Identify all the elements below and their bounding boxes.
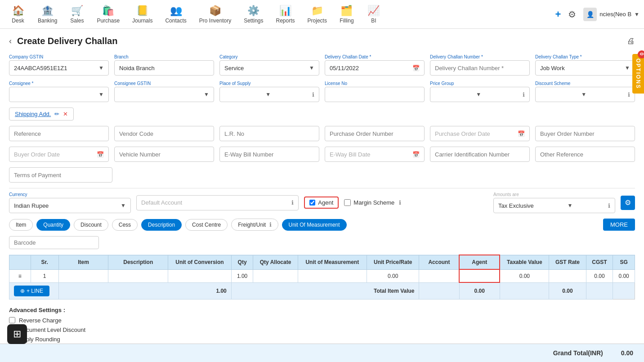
other-reference-input[interactable]: [535, 147, 635, 162]
row-unit-measurement[interactable]: [298, 269, 367, 282]
eway-bill-number-input[interactable]: [219, 147, 319, 162]
row-unit-conversion[interactable]: [168, 269, 232, 282]
purchase-order-number-input[interactable]: [325, 126, 425, 141]
settings-gear-button[interactable]: ⚙: [621, 196, 635, 210]
row-description[interactable]: [108, 269, 168, 282]
back-button[interactable]: ‹: [9, 36, 12, 46]
carrier-identification-text-input[interactable]: [435, 151, 525, 158]
user-menu[interactable]: 👤 ncies(Neo B ▼: [583, 8, 640, 21]
margin-scheme-info-icon[interactable]: ℹ: [399, 199, 401, 206]
agent-label[interactable]: Agent: [318, 199, 333, 206]
row-gst-rate[interactable]: [549, 269, 586, 282]
delivery-type-select[interactable]: Job Work ▼: [535, 60, 635, 76]
print-button[interactable]: 🖨: [627, 36, 635, 46]
buyer-order-date-input[interactable]: Buyer Order Date 📅: [9, 147, 109, 162]
add-line-button[interactable]: ⊕ + LINE: [14, 286, 49, 296]
row-account[interactable]: [419, 269, 459, 282]
toggle-freight-unit[interactable]: Freight/Unit ℹ: [231, 219, 278, 231]
row-drag-handle[interactable]: ≡: [9, 269, 31, 282]
other-reference-text-input[interactable]: [540, 151, 630, 158]
toggle-discount[interactable]: Discount: [74, 219, 108, 231]
vendor-code-input[interactable]: [114, 126, 214, 141]
terms-of-payment-input[interactable]: [9, 167, 112, 183]
options-sidebar[interactable]: 0 OPTIONS: [632, 54, 644, 94]
nav-banking[interactable]: 🏦 Banking: [31, 0, 63, 29]
category-select[interactable]: Service ▼: [219, 60, 319, 76]
toggle-description[interactable]: Description: [141, 219, 182, 231]
apply-rounding-item[interactable]: Apply Rounding: [9, 336, 635, 343]
amounts-info-icon[interactable]: ℹ: [608, 202, 610, 209]
currency-select[interactable]: Indian Rupee ▼: [9, 198, 131, 213]
nav-settings[interactable]: ⚙️ Settings: [237, 0, 269, 29]
shipping-delete-icon[interactable]: ✕: [63, 111, 68, 117]
eway-bill-date-input[interactable]: E-Way Bill Date 📅: [325, 147, 425, 162]
document-discount-item[interactable]: Document Level Discount: [9, 326, 635, 333]
place-of-supply-select[interactable]: ▼ ℹ: [219, 87, 319, 102]
amounts-are-select[interactable]: Tax Exclusive ▼ ℹ: [493, 198, 615, 213]
document-level-discount-label[interactable]: Document Level Discount: [19, 326, 85, 333]
nav-contacts[interactable]: 👥 Contacts: [159, 0, 192, 29]
branch-input[interactable]: Noida Branch: [114, 60, 214, 76]
reference-input[interactable]: [9, 126, 109, 141]
reverse-charge-checkbox[interactable]: [9, 317, 15, 323]
shipping-edit-icon[interactable]: ✏: [54, 111, 59, 117]
price-group-select[interactable]: ▼ ℹ: [430, 87, 530, 102]
freight-info-icon[interactable]: ℹ: [269, 221, 272, 228]
reverse-charge-label[interactable]: Reverse Charge: [19, 317, 62, 324]
buyer-order-number-input[interactable]: [535, 126, 635, 141]
more-button[interactable]: MORE: [603, 219, 635, 231]
app-icon-button[interactable]: ⊞: [7, 324, 27, 344]
place-of-supply-info-icon[interactable]: ℹ: [312, 91, 314, 98]
delivery-number-input[interactable]: [430, 60, 530, 76]
margin-scheme-checkbox[interactable]: [344, 199, 351, 206]
terms-of-payment-text-input[interactable]: [14, 172, 107, 179]
shipping-add-link[interactable]: Shipping Add.: [15, 111, 51, 117]
license-no-text-input[interactable]: [330, 91, 420, 98]
lr-no-text-input[interactable]: [224, 130, 314, 137]
delivery-date-input[interactable]: 05/11/2022 📅: [325, 60, 425, 76]
default-account-input[interactable]: Default Account ℹ: [136, 195, 299, 210]
consignee-gstin-select[interactable]: ▼: [114, 87, 214, 102]
settings-button[interactable]: ⚙: [568, 9, 576, 20]
company-gstin-select[interactable]: 24AABCA5951E1Z1 ▼: [9, 60, 109, 76]
margin-scheme-checkbox-item[interactable]: Margin Scheme ℹ: [344, 199, 401, 206]
vehicle-number-text-input[interactable]: [119, 151, 209, 158]
discount-scheme-select[interactable]: ▼ ℹ: [535, 87, 635, 102]
price-group-info-icon[interactable]: ℹ: [523, 91, 525, 98]
purchase-order-date-input[interactable]: Purchase Order Date 📅: [430, 126, 530, 141]
agent-checkbox[interactable]: [309, 200, 315, 206]
row-agent[interactable]: [459, 269, 500, 282]
row-qty-allocate[interactable]: [253, 269, 298, 282]
nav-pro-inventory[interactable]: 📦 Pro Inventory: [193, 0, 237, 29]
nav-journals[interactable]: 📒 Journals: [126, 0, 159, 29]
nav-bi[interactable]: 📈 BI: [360, 0, 387, 29]
toggle-quantity[interactable]: Quantity: [36, 219, 70, 231]
delivery-number-text-input[interactable]: [435, 65, 525, 72]
row-item[interactable]: [58, 269, 108, 282]
discount-scheme-info-icon[interactable]: ℹ: [628, 91, 630, 98]
reverse-charge-item[interactable]: Reverse Charge: [9, 317, 635, 324]
nav-projects[interactable]: 📁 Projects: [301, 0, 333, 29]
purchase-order-number-text-input[interactable]: [330, 130, 420, 137]
consignee-select[interactable]: ▼: [9, 87, 109, 102]
toggle-cost-centre[interactable]: Cost Centre: [185, 219, 228, 231]
toggle-item[interactable]: Item: [9, 219, 33, 231]
vendor-code-text-input[interactable]: [119, 130, 209, 137]
reference-text-input[interactable]: [14, 130, 104, 137]
license-no-input[interactable]: [325, 87, 425, 102]
nav-filling[interactable]: 🗂️ Filling: [333, 0, 360, 29]
eway-bill-number-text-input[interactable]: [224, 151, 314, 158]
barcode-input[interactable]: [9, 236, 99, 249]
vehicle-number-input[interactable]: [114, 147, 214, 162]
nav-reports[interactable]: 📊 Reports: [270, 0, 301, 29]
lr-no-input[interactable]: [219, 126, 319, 141]
nav-desk[interactable]: 🏠 Desk: [4, 0, 31, 29]
toggle-cess[interactable]: Cess: [112, 219, 138, 231]
nav-purchase[interactable]: 🛍️ Purchase: [90, 0, 126, 29]
add-button[interactable]: +: [555, 9, 561, 20]
buyer-order-number-text-input[interactable]: [540, 130, 630, 137]
toggle-unit-of-measurement[interactable]: Unit Of Measurement: [282, 219, 347, 231]
carrier-identification-input[interactable]: [430, 147, 530, 162]
margin-scheme-label[interactable]: Margin Scheme: [353, 199, 394, 206]
default-account-info-icon[interactable]: ℹ: [291, 199, 294, 206]
